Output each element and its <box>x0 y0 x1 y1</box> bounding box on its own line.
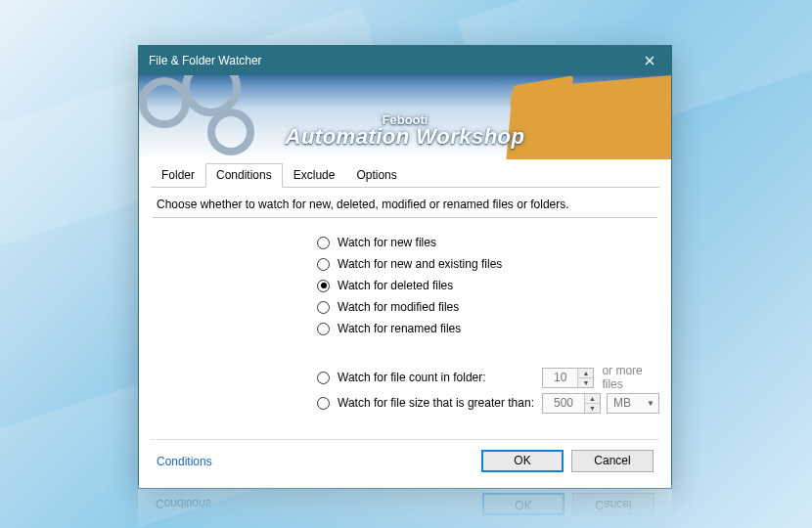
tab-conditions[interactable]: Conditions <box>205 163 283 188</box>
tab-options[interactable]: Options <box>345 163 407 188</box>
radio-row-file-size[interactable]: Watch for file size that is greater than… <box>317 390 659 416</box>
window-title: File & Folder Watcher <box>149 54 628 67</box>
spinner-down-icon[interactable]: ▼ <box>578 378 593 387</box>
close-button[interactable] <box>628 46 671 75</box>
tab-folder[interactable]: Folder <box>151 163 205 188</box>
chevron-down-icon: ▼ <box>647 399 654 408</box>
watch-mode-group: Watch for new files Watch for new and ex… <box>317 232 659 339</box>
radio-row-deleted[interactable]: Watch for deleted files <box>317 275 659 296</box>
radio-row-new[interactable]: Watch for new files <box>317 232 659 253</box>
file-size-spinner[interactable]: 500 ▲ ▼ <box>542 393 601 414</box>
radio-icon <box>317 237 330 249</box>
close-icon <box>645 56 654 66</box>
svg-point-1 <box>186 75 237 112</box>
banner: Febooti Automation Workshop <box>139 75 671 159</box>
radio-label: Watch for file size that is greater than… <box>338 396 534 410</box>
dialog-window: File & Folder Watcher Febooti Automation… <box>138 45 672 489</box>
file-size-unit-select[interactable]: MB ▼ <box>607 393 659 414</box>
radio-label: Watch for deleted files <box>338 279 453 292</box>
radio-row-file-count[interactable]: Watch for file count in folder: 10 ▲ ▼ o… <box>317 365 659 390</box>
help-link[interactable]: Conditions <box>157 455 212 468</box>
radio-row-new-existing[interactable]: Watch for new and existing files <box>317 253 659 275</box>
radio-icon <box>317 323 330 335</box>
spinner-up-icon[interactable]: ▲ <box>578 369 593 378</box>
file-count-value: 10 <box>543 369 577 387</box>
radio-icon <box>317 280 330 292</box>
tab-bar: Folder Conditions Exclude Options <box>151 163 659 188</box>
tab-exclude[interactable]: Exclude <box>283 163 346 188</box>
spinner-up-icon[interactable]: ▲ <box>585 394 600 404</box>
cancel-button[interactable]: Cancel <box>571 450 654 472</box>
radio-icon <box>317 372 330 384</box>
spinner-down-icon[interactable]: ▼ <box>585 404 600 413</box>
file-count-suffix: or more files <box>602 364 659 391</box>
tab-description: Choose whether to watch for new, deleted… <box>153 188 657 218</box>
radio-icon <box>317 258 330 271</box>
radio-label: Watch for modified files <box>338 300 459 314</box>
ok-button[interactable]: OK <box>481 450 564 472</box>
radio-icon <box>317 397 330 410</box>
file-size-unit: MB <box>613 396 631 410</box>
content-area: Folder Conditions Exclude Options Choose… <box>139 159 671 488</box>
file-size-value: 500 <box>543 394 584 413</box>
radio-label: Watch for file count in folder: <box>338 371 486 384</box>
radio-icon <box>317 301 330 314</box>
radio-row-modified[interactable]: Watch for modified files <box>317 296 659 318</box>
radio-label: Watch for renamed files <box>338 322 461 335</box>
radio-row-renamed[interactable]: Watch for renamed files <box>317 318 659 339</box>
radio-label: Watch for new files <box>338 236 436 249</box>
brand-product: Automation Workshop <box>139 124 671 150</box>
brand: Febooti Automation Workshop <box>139 113 671 150</box>
dialog-footer: Conditions OK Cancel <box>151 439 659 478</box>
titlebar: File & Folder Watcher <box>139 46 671 75</box>
radio-label: Watch for new and existing files <box>338 257 502 271</box>
file-count-spinner[interactable]: 10 ▲ ▼ <box>542 368 594 388</box>
